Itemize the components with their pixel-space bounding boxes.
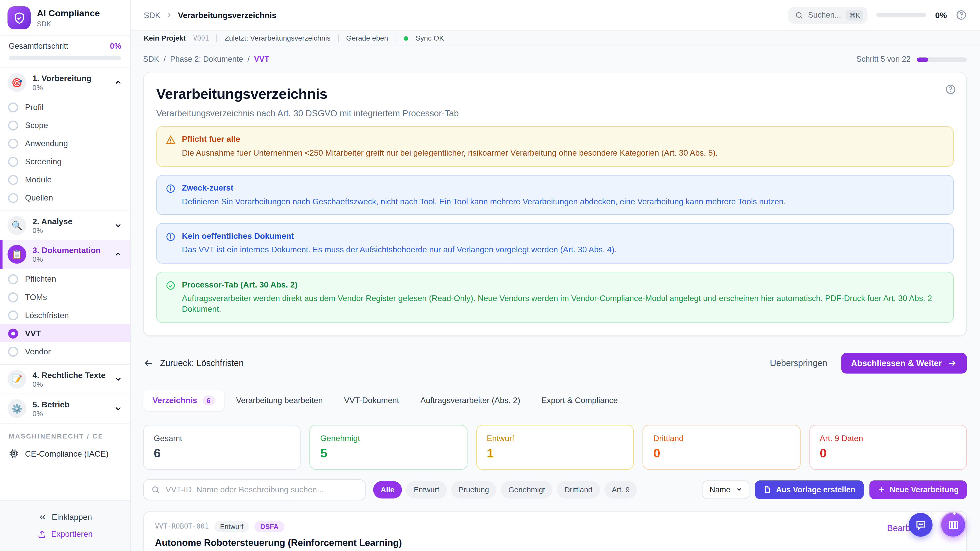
sidebar-item-ce-compliance[interactable]: CE-Compliance (IACE) <box>0 444 130 466</box>
sidebar-section-rechtliche-texte[interactable]: 📝 4. Rechtliche Texte 0% <box>0 365 130 394</box>
record-search <box>143 479 366 500</box>
sidebar-item-loeschfristen[interactable]: Löschfristen <box>0 306 130 324</box>
last-visited: Zuletzt: Verarbeitungsverzeichnis <box>224 35 331 42</box>
gear-icon: ⚙️ <box>7 399 26 418</box>
alert-title: Processor-Tab (Art. 30 Abs. 2) <box>182 279 945 289</box>
alert-body: Definieren Sie Verarbeitungen nach Gesch… <box>182 196 786 207</box>
alert-warning: Pflicht fuer alle Die Ausnahme fuer Unte… <box>156 126 954 167</box>
back-button[interactable]: Zurueck: Löschfristen <box>143 358 244 368</box>
double-chevron-left-icon <box>38 513 47 521</box>
create-from-template-button[interactable]: Aus Vorlage erstellen <box>755 480 863 499</box>
sidebar-section-analyse[interactable]: 🔍 2. Analyse 0% <box>0 211 130 240</box>
record-dsfa-badge: DSFA <box>255 521 284 532</box>
section-percent: 0% <box>32 256 107 263</box>
overall-progress-value: 0% <box>110 42 121 51</box>
radio-icon <box>8 310 18 320</box>
record-search-input[interactable] <box>165 485 358 494</box>
page-crumb-current: VVT <box>254 55 269 64</box>
new-record-button[interactable]: Neue Verarbeitung <box>869 480 967 499</box>
filter-entwurf[interactable]: Entwurf <box>406 481 447 499</box>
memo-pencil-icon: 📝 <box>7 370 26 389</box>
filter-genehmigt[interactable]: Genehmigt <box>501 481 553 499</box>
breadcrumb-root[interactable]: SDK <box>144 10 160 20</box>
plus-icon <box>877 486 885 494</box>
chevron-down-icon <box>114 221 123 230</box>
app-window: AI Compliance SDK Gesamtfortschritt 0% 🎯… <box>0 0 980 551</box>
sidebar-item-pflichten[interactable]: Pflichten <box>0 270 130 288</box>
record-id: VVT-ROBOT-001 <box>155 522 209 530</box>
alert-title: Pflicht fuer alle <box>182 135 718 144</box>
overall-progress: Gesamtfortschritt 0% <box>0 36 130 68</box>
finish-next-button[interactable]: Abschliessen & Weiter <box>841 353 967 373</box>
filter-art9[interactable]: Art. 9 <box>605 481 637 499</box>
search-placeholder: Suchen... <box>808 11 841 19</box>
stat-gesamt: Gesamt 6 <box>143 425 301 470</box>
stat-art9: Art. 9 Daten 0 <box>809 425 967 470</box>
sidebar-item-screening[interactable]: Screening <box>0 152 130 171</box>
filter-drittland[interactable]: Drittland <box>557 481 600 499</box>
sidebar-item-quellen[interactable]: Quellen <box>0 189 130 207</box>
page-crumb-sdk[interactable]: SDK <box>143 55 159 64</box>
main-area: SDK Verarbeitungsverzeichnis Suchen... ⌘… <box>130 0 980 551</box>
sidebar-item-module[interactable]: Module <box>0 171 130 189</box>
radio-icon <box>8 346 18 356</box>
sidebar-item-scope[interactable]: Scope <box>0 116 130 135</box>
alert-body: Auftragsverarbeiter werden direkt aus de… <box>182 293 945 315</box>
status-bar: Kein Projekt V001 Zuletzt: Verarbeitungs… <box>130 30 980 46</box>
collapse-sidebar-button[interactable]: Einklappen <box>0 508 130 525</box>
tab-auftragsverarbeiter[interactable]: Auftragsverarbeiter (Abs. 2) <box>411 390 530 411</box>
alert-title: Zweck-zuerst <box>182 183 786 192</box>
tab-count-badge: 6 <box>202 395 215 405</box>
help-icon[interactable] <box>956 10 967 21</box>
page-title: Verarbeitungsverzeichnis <box>156 86 954 103</box>
tab-verzeichnis[interactable]: Verzeichnis 6 <box>143 390 224 411</box>
export-button[interactable]: Exportieren <box>0 526 130 542</box>
chevron-down-icon <box>114 404 123 413</box>
sidebar-item-vendor[interactable]: Vendor <box>0 342 130 360</box>
project-name: Kein Projekt <box>144 35 186 42</box>
filter-alle[interactable]: Alle <box>373 481 402 499</box>
record-title: Autonome Robotersteuerung (Reinforcement… <box>155 537 955 548</box>
chat-fab[interactable] <box>909 513 932 537</box>
chat-bubble-icon <box>915 519 927 531</box>
radio-icon <box>8 274 18 284</box>
sidebar-item-vvt[interactable]: VVT <box>0 324 130 342</box>
sort-select[interactable]: Name <box>703 480 749 499</box>
alert-info-zweck: Zweck-zuerst Definieren Sie Verarbeitung… <box>156 175 954 215</box>
sidebar-item-profil[interactable]: Profil <box>0 98 130 116</box>
page-crumb-phase[interactable]: Phase 2: Dokumente <box>170 55 243 64</box>
step-label: Schritt 5 von 22 <box>856 55 911 64</box>
section-label: 2. Analyse <box>32 217 107 226</box>
radio-icon <box>8 102 18 112</box>
sidebar-section-betrieb[interactable]: ⚙️ 5. Betrieb 0% <box>0 394 130 423</box>
sidebar: AI Compliance SDK Gesamtfortschritt 0% 🎯… <box>0 0 130 551</box>
section-label: 5. Betrieb <box>32 400 107 409</box>
panels-fab[interactable] <box>940 512 966 538</box>
check-circle-icon <box>165 280 176 290</box>
chevron-up-icon <box>114 250 123 259</box>
skip-button[interactable]: Ueberspringen <box>770 358 827 368</box>
sidebar-section-dokumentation[interactable]: 📋 3. Dokumentation 0% <box>0 240 130 268</box>
record-card[interactable]: VVT-ROBOT-001 Entwurf DSFA Autonome Robo… <box>143 511 967 551</box>
alert-body: Die Ausnahme fuer Unternehmen <250 Mitar… <box>182 148 718 159</box>
stat-genehmigt: Genehmigt 5 <box>310 425 467 470</box>
tab-verarbeitung-bearbeiten[interactable]: Verarbeitung bearbeiten <box>227 390 332 411</box>
columns-icon <box>947 519 959 531</box>
sync-status-dot <box>404 36 408 40</box>
sync-status: Sync OK <box>415 35 444 42</box>
upload-icon <box>37 530 46 538</box>
tab-export-compliance[interactable]: Export & Compliance <box>532 390 627 411</box>
stat-entwurf: Entwurf 1 <box>476 425 634 470</box>
filter-pruefung[interactable]: Pruefung <box>451 481 496 499</box>
machine-law-caption: MASCHINENRECHT / CE <box>0 424 130 443</box>
sidebar-item-anwendung[interactable]: Anwendung <box>0 135 130 152</box>
magnifier-icon: 🔍 <box>7 216 26 235</box>
radio-icon <box>8 193 18 203</box>
help-icon[interactable] <box>945 84 956 95</box>
sidebar-section-vorbereitung[interactable]: 🎯 1. Vorbereitung 0% <box>0 68 130 97</box>
shield-check-logo-icon <box>7 6 30 29</box>
section-label: 4. Rechtliche Texte <box>32 370 107 380</box>
global-search[interactable]: Suchen... ⌘K <box>788 6 868 24</box>
sidebar-item-toms[interactable]: TOMs <box>0 288 130 306</box>
tab-vvt-dokument[interactable]: VVT-Dokument <box>334 390 408 411</box>
